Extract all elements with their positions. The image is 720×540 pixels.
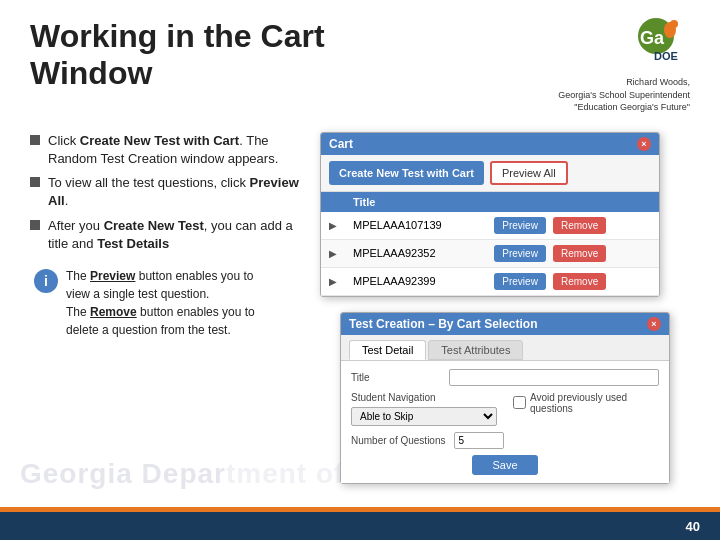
num-questions-label: Number of Questions [351, 435, 446, 446]
right-panel: Cart × Create New Test with Cart Preview… [320, 132, 700, 339]
tab-test-detail[interactable]: Test Detail [349, 340, 426, 360]
row-actions: Preview Remove [486, 212, 659, 240]
title-label: Title [351, 372, 441, 383]
row-arrow: ▶ [321, 239, 345, 267]
test-creation-titlebar: Test Creation – By Cart Selection × [341, 313, 669, 335]
table-col-title: Title [345, 192, 486, 212]
table-row: ▶ MPELAAA107139 Preview Remove [321, 212, 659, 240]
test-creation-close-button[interactable]: × [647, 317, 661, 331]
cart-window: Cart × Create New Test with Cart Preview… [320, 132, 660, 297]
main-content: Click Create New Test with Cart. The Ran… [0, 124, 720, 339]
avoid-questions-checkbox[interactable] [513, 396, 526, 409]
list-item: Click Create New Test with Cart. The Ran… [30, 132, 310, 168]
list-item: After you Create New Test, you can add a… [30, 217, 310, 253]
test-creation-tabs: Test Detail Test Attributes [341, 335, 669, 361]
table-col-actions [486, 192, 659, 212]
header: Working in the Cart Window Ga DOE Richar… [0, 0, 720, 124]
cart-title: Cart [329, 137, 353, 151]
remove-button[interactable]: Remove [553, 245, 606, 262]
row-title: MPELAAA107139 [345, 212, 486, 240]
info-box: i The Preview button enables you to view… [30, 267, 310, 339]
test-creation-body: Title Student Navigation Able to Skip Av… [341, 361, 669, 483]
save-button[interactable]: Save [472, 455, 537, 475]
nav-questions-row: Student Navigation Able to Skip Avoid pr… [351, 392, 659, 426]
list-item: To view all the test questions, click Pr… [30, 174, 310, 210]
bullet-list: Click Create New Test with Cart. The Ran… [30, 132, 310, 253]
row-title: MPELAAA92352 [345, 239, 486, 267]
svg-point-2 [670, 20, 678, 28]
avoid-questions-label: Avoid previously used questions [530, 392, 659, 414]
cart-table: Title ▶ MPELAAA107139 Preview Remove [321, 192, 659, 296]
preview-button[interactable]: Preview [494, 245, 546, 262]
preview-all-button[interactable]: Preview All [490, 161, 568, 185]
svg-text:Ga: Ga [640, 28, 665, 48]
test-creation-title: Test Creation – By Cart Selection [349, 317, 538, 331]
info-icon: i [34, 269, 58, 293]
row-arrow: ▶ [321, 212, 345, 240]
tab-test-attributes[interactable]: Test Attributes [428, 340, 523, 360]
num-questions-row: Number of Questions [351, 432, 659, 449]
test-creation-window: Test Creation – By Cart Selection × Test… [340, 312, 670, 484]
avoid-questions-row: Avoid previously used questions [513, 392, 659, 414]
table-col-arrow [321, 192, 345, 212]
create-new-test-button[interactable]: Create New Test with Cart [329, 161, 484, 185]
bullet-icon [30, 135, 40, 145]
left-panel: Click Create New Test with Cart. The Ran… [20, 132, 310, 339]
preview-button[interactable]: Preview [494, 273, 546, 290]
bottom-bar: 40 [0, 512, 720, 540]
student-nav-label: Student Navigation [351, 392, 497, 403]
cart-titlebar: Cart × [321, 133, 659, 155]
page-title: Working in the Cart Window [30, 18, 325, 92]
logo-area: Ga DOE Richard Woods, Georgia's School S… [520, 18, 690, 114]
student-nav-select[interactable]: Able to Skip [351, 407, 497, 426]
title-input[interactable] [449, 369, 659, 386]
gadoe-logo: Ga DOE [618, 18, 690, 76]
cart-toolbar: Create New Test with Cart Preview All [321, 155, 659, 192]
row-actions: Preview Remove [486, 267, 659, 295]
title-field-row: Title [351, 369, 659, 386]
remove-button[interactable]: Remove [553, 273, 606, 290]
cart-close-button[interactable]: × [637, 137, 651, 151]
page-number: 40 [686, 519, 700, 534]
svg-text:DOE: DOE [654, 50, 678, 62]
row-title: MPELAAA92399 [345, 267, 486, 295]
row-arrow: ▶ [321, 267, 345, 295]
word-count-col: Avoid previously used questions [513, 392, 659, 426]
info-text: The Preview button enables you to view a… [66, 267, 255, 339]
row-actions: Preview Remove [486, 239, 659, 267]
num-questions-input[interactable] [454, 432, 504, 449]
bullet-icon [30, 220, 40, 230]
bullet-icon [30, 177, 40, 187]
table-row: ▶ MPELAAA92352 Preview Remove [321, 239, 659, 267]
student-nav-col: Student Navigation Able to Skip [351, 392, 497, 426]
preview-button[interactable]: Preview [494, 217, 546, 234]
table-row: ▶ MPELAAA92399 Preview Remove [321, 267, 659, 295]
remove-button[interactable]: Remove [553, 217, 606, 234]
save-row: Save [351, 455, 659, 475]
